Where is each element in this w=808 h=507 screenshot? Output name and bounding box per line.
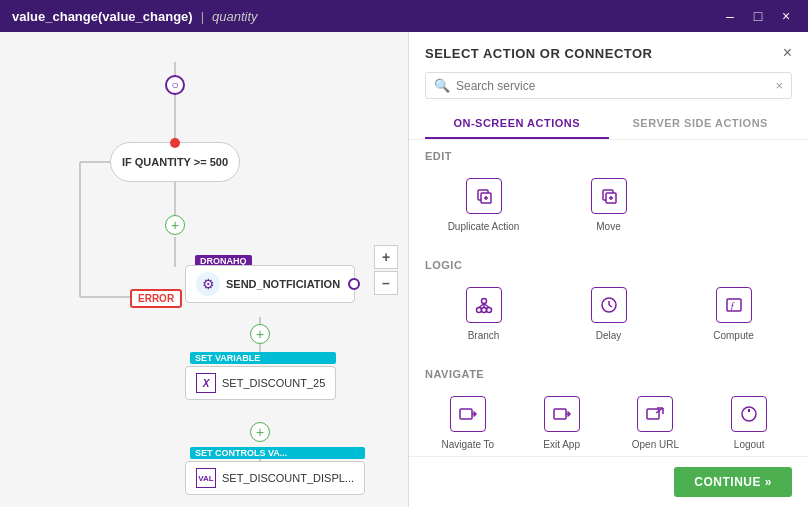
move-label: Move <box>596 220 620 233</box>
variable-name-1: SET_DISCOUNT_25 <box>222 377 325 389</box>
compute-icon: ƒ <box>716 287 752 323</box>
action-exit-app[interactable]: Exit App <box>519 388 605 456</box>
output-connector <box>348 278 360 290</box>
navigate-to-icon <box>450 396 486 432</box>
search-clear-icon[interactable]: × <box>775 78 783 93</box>
zoom-in-button[interactable]: + <box>374 245 398 269</box>
delay-label: Delay <box>596 329 622 342</box>
branch-icon <box>466 287 502 323</box>
title-bar-separator: | <box>201 9 204 24</box>
error-indicator <box>170 138 180 148</box>
panel-header: SELECT ACTION OR CONNECTOR × 🔍 × ON-SCRE… <box>409 32 808 140</box>
navigate-section-label: NAVIGATE <box>425 358 792 388</box>
exit-app-icon <box>544 396 580 432</box>
panel-footer: CONTINUE » <box>409 456 808 507</box>
main-area: IF QUANTITY >= 500 + ○ ERROR DRONAHQ ⚙ S… <box>0 32 808 507</box>
svg-text:ƒ: ƒ <box>730 300 735 311</box>
plus-icon-3[interactable]: + <box>250 422 270 442</box>
exit-app-label: Exit App <box>543 438 580 451</box>
svg-rect-32 <box>554 409 566 419</box>
title-bar: value_change(value_change) | quantity – … <box>0 0 808 32</box>
error-badge: ERROR <box>130 289 182 308</box>
svg-rect-30 <box>460 409 472 419</box>
search-input[interactable] <box>456 79 769 93</box>
logic-section-label: LOGIC <box>425 249 792 279</box>
logic-actions-grid: Branch Delay <box>425 279 792 350</box>
close-button[interactable]: × <box>776 6 796 26</box>
variable-icon-1: X <box>196 373 216 393</box>
edit-actions-grid: Duplicate Action Move <box>425 170 792 241</box>
action-navigate-to[interactable]: Navigate To <box>425 388 511 456</box>
add-connector-2[interactable]: + <box>250 324 270 344</box>
action-logout[interactable]: Logout <box>706 388 792 456</box>
connector-circle-icon: ○ <box>165 75 185 95</box>
action-branch[interactable]: Branch <box>425 279 542 350</box>
continue-button[interactable]: CONTINUE » <box>674 467 792 497</box>
right-panel: SELECT ACTION OR CONNECTOR × 🔍 × ON-SCRE… <box>408 32 808 507</box>
panel-tabs: ON-SCREEN ACTIONS SERVER SIDE ACTIONS <box>425 109 792 139</box>
duplicate-icon <box>466 178 502 214</box>
navigate-actions-grid: Navigate To Exit App <box>425 388 792 456</box>
logout-label: Logout <box>734 438 765 451</box>
add-connector-1[interactable]: + <box>165 215 185 235</box>
logout-icon <box>731 396 767 432</box>
search-bar: 🔍 × <box>425 72 792 99</box>
variable-inner-2: VAL SET_DISCOUNT_DISPL... <box>185 461 365 495</box>
service-node-icon: ⚙ <box>196 272 220 296</box>
panel-title: SELECT ACTION OR CONNECTOR <box>425 46 653 61</box>
zoom-out-button[interactable]: – <box>374 271 398 295</box>
plus-icon-2[interactable]: + <box>250 324 270 344</box>
minimize-button[interactable]: – <box>720 6 740 26</box>
action-open-url[interactable]: Open URL <box>613 388 699 456</box>
navigate-to-label: Navigate To <box>442 438 495 451</box>
error-node: ERROR <box>130 289 182 308</box>
panel-close-button[interactable]: × <box>783 44 792 62</box>
plus-icon-1[interactable]: + <box>165 215 185 235</box>
duplicate-label: Duplicate Action <box>448 220 520 233</box>
variable-icon-2: VAL <box>196 468 216 488</box>
open-url-label: Open URL <box>632 438 679 451</box>
variable-node-1[interactable]: SET VARIABLE X SET_DISCOUNT_25 <box>185 352 336 400</box>
service-node[interactable]: DRONAHQ ⚙ SEND_NOTFICIATION <box>185 265 355 303</box>
if-node[interactable]: IF QUANTITY >= 500 <box>110 142 240 182</box>
action-move[interactable]: Move <box>550 170 667 241</box>
service-node-name: SEND_NOTFICIATION <box>226 278 340 290</box>
compute-label: Compute <box>713 329 754 342</box>
action-delay[interactable]: Delay <box>550 279 667 350</box>
add-connector-3[interactable]: + <box>250 422 270 442</box>
svg-point-21 <box>481 299 486 304</box>
canvas-area: IF QUANTITY >= 500 + ○ ERROR DRONAHQ ⚙ S… <box>0 32 408 507</box>
title-bar-title: value_change(value_change) <box>12 9 193 24</box>
action-duplicate[interactable]: Duplicate Action <box>425 170 542 241</box>
action-compute[interactable]: ƒ Compute <box>675 279 792 350</box>
move-icon <box>591 178 627 214</box>
delay-icon <box>591 287 627 323</box>
svg-rect-34 <box>647 409 659 419</box>
zoom-controls: + – <box>374 245 398 295</box>
service-node-inner: ⚙ SEND_NOTFICIATION <box>185 265 355 303</box>
variable-inner-1: X SET_DISCOUNT_25 <box>185 366 336 400</box>
variable-node-2[interactable]: SET CONTROLS VA... VAL SET_DISCOUNT_DISP… <box>185 447 365 495</box>
variable-badge-2: SET CONTROLS VA... <box>190 447 365 459</box>
if-condition: IF QUANTITY >= 500 <box>110 142 240 182</box>
variable-name-2: SET_DISCOUNT_DISPL... <box>222 472 354 484</box>
tab-server-side-actions[interactable]: SERVER SIDE ACTIONS <box>609 109 793 139</box>
edit-section-label: EDIT <box>425 140 792 170</box>
svg-point-20 <box>486 308 491 313</box>
variable-badge-1: SET VARIABLE <box>190 352 336 364</box>
svg-line-27 <box>609 305 612 307</box>
branch-label: Branch <box>468 329 500 342</box>
panel-body: EDIT Duplicate Action <box>409 140 808 456</box>
maximize-button[interactable]: □ <box>748 6 768 26</box>
search-icon: 🔍 <box>434 78 450 93</box>
open-url-icon <box>637 396 673 432</box>
tab-on-screen-actions[interactable]: ON-SCREEN ACTIONS <box>425 109 609 139</box>
title-bar-subtitle: quantity <box>212 9 258 24</box>
